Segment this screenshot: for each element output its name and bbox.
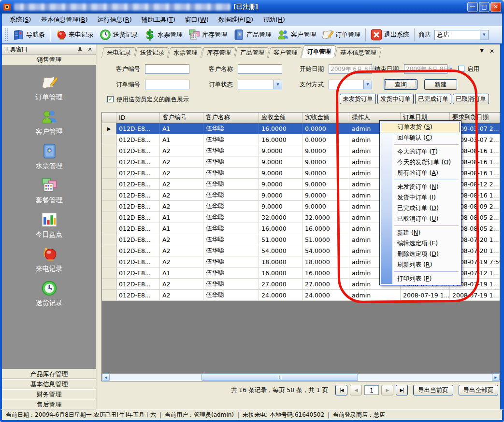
toolbar-button-customers[interactable]: 客户管理 bbox=[274, 28, 319, 42]
menu-item-W[interactable]: 窗口(W) bbox=[180, 14, 214, 26]
tab-订单管理[interactable]: 订单管理 bbox=[301, 45, 337, 58]
context-menu-item-E-13[interactable]: 编辑选定项 (E) bbox=[381, 238, 460, 249]
toolbar-button-bell[interactable]: 来电记录 bbox=[52, 28, 97, 42]
sidebar-item-bell[interactable]: 来电记录 bbox=[2, 242, 96, 277]
customer-no-input[interactable] bbox=[145, 64, 189, 74]
row-selector[interactable]: ▶ bbox=[102, 123, 116, 134]
scroll-right-icon[interactable]: ▶ bbox=[492, 374, 500, 381]
sidebar-item-order-pen[interactable]: 订单管理 bbox=[2, 71, 96, 105]
start-date-picker[interactable]: 2009年 6月 8日 ▼ bbox=[329, 64, 372, 74]
status-button-0[interactable]: 未发货订单 bbox=[340, 94, 376, 104]
grid-header-客户编号[interactable]: 客户编号 bbox=[160, 113, 203, 123]
tab-list-dropdown-icon[interactable]: ▼ bbox=[480, 48, 484, 55]
menu-item-T[interactable]: 辅助工具(T) bbox=[137, 14, 180, 26]
toolbar-button-calendar[interactable]: 库存管理 bbox=[186, 28, 230, 42]
tab-库存管理[interactable]: 库存管理 bbox=[202, 47, 237, 58]
shop-combobox[interactable]: 总店 ▼ bbox=[434, 30, 489, 40]
close-button[interactable]: ✕ bbox=[490, 2, 501, 12]
toolbar-drag-handle[interactable] bbox=[5, 28, 8, 41]
grid-header-实收金额[interactable]: 实收金额 bbox=[302, 113, 349, 123]
context-menu-item-O-4[interactable]: 今天的发货订单 (O) bbox=[381, 157, 460, 168]
context-menu-item-D-14[interactable]: 删除选定项 (D) bbox=[381, 249, 460, 259]
menu-item-S[interactable]: 系统(S) bbox=[5, 14, 36, 26]
row-selector[interactable] bbox=[102, 145, 116, 156]
row-selector[interactable] bbox=[102, 156, 116, 167]
query-button[interactable]: 查询 bbox=[384, 79, 418, 90]
sidebar-group-button-1[interactable]: 基本信息管理 bbox=[2, 379, 96, 389]
context-menu-item-C-1[interactable]: 回单确认 (C) bbox=[381, 132, 460, 143]
sidebar-item-customers[interactable]: 客户管理 bbox=[2, 105, 96, 140]
first-page-button[interactable]: |◀ bbox=[335, 385, 347, 395]
sidebar-group-button-0[interactable]: 产品库存管理 bbox=[2, 369, 96, 379]
order-status-combobox[interactable]: ▼ bbox=[238, 80, 282, 89]
grid-header-ID[interactable]: ID bbox=[116, 113, 160, 123]
menu-item-R[interactable]: 运行信息(R) bbox=[93, 14, 137, 26]
grid-header-应收金额[interactable]: 应收金额 bbox=[259, 113, 302, 123]
row-selector[interactable] bbox=[102, 201, 116, 211]
context-menu-item-D-9[interactable]: 已完成订单 (D) bbox=[381, 203, 460, 213]
page-number-input[interactable]: 1 bbox=[364, 385, 379, 395]
scrollbar-thumb[interactable] bbox=[202, 374, 358, 381]
prev-page-button[interactable]: ◀ bbox=[350, 385, 362, 395]
status-button-2[interactable]: 已完成订单 bbox=[415, 94, 451, 104]
row-selector[interactable] bbox=[102, 190, 116, 200]
sidebar-item-water-card[interactable]: ★水票管理 bbox=[2, 140, 96, 174]
row-selector[interactable] bbox=[102, 168, 116, 178]
context-menu-item-S-0[interactable]: 订单发货 (S) bbox=[381, 122, 460, 132]
row-selector[interactable] bbox=[102, 223, 116, 234]
context-menu-item-T-3[interactable]: 今天的订单 (T) bbox=[381, 146, 460, 157]
customer-name-input[interactable] bbox=[238, 64, 282, 74]
sidebar-item-chart[interactable]: 今日盘点 bbox=[2, 208, 96, 242]
row-selector[interactable] bbox=[102, 245, 116, 256]
status-button-1[interactable]: 发货中订单 bbox=[377, 94, 414, 104]
sidebar-group-button-3[interactable]: 售后管理 bbox=[2, 399, 96, 409]
chevron-down-icon[interactable]: ▼ bbox=[449, 65, 452, 73]
tab-来电记录[interactable]: 来电记录 bbox=[101, 47, 137, 58]
pin-icon[interactable] bbox=[76, 46, 84, 53]
sidebar-group-button-2[interactable]: 财务管理 bbox=[2, 389, 96, 399]
scrollbar-track[interactable] bbox=[110, 374, 492, 381]
toolbar-button-nav-book[interactable]: 导航条 bbox=[10, 28, 48, 42]
chevron-down-icon[interactable]: ▼ bbox=[274, 80, 282, 89]
sidebar-group-sales[interactable]: 销售管理 bbox=[2, 55, 96, 65]
row-selector[interactable] bbox=[102, 212, 116, 223]
end-date-picker[interactable]: 2009年 6月 8日 ▼ bbox=[404, 64, 447, 74]
menu-item-D[interactable]: 数据维护(D) bbox=[214, 14, 258, 26]
sidebar-item-calendar[interactable]: 套餐管理 bbox=[2, 174, 96, 208]
context-menu-item-I-8[interactable]: 发货中订单 (I) bbox=[381, 192, 460, 203]
row-selector[interactable] bbox=[102, 290, 116, 300]
next-page-button[interactable]: ▶ bbox=[381, 385, 393, 395]
tab-产品管理[interactable]: 产品管理 bbox=[235, 47, 270, 58]
scroll-left-icon[interactable]: ◀ bbox=[102, 374, 110, 381]
chevron-down-icon[interactable]: ▼ bbox=[363, 80, 372, 89]
menu-item-H[interactable]: 帮助(H) bbox=[258, 14, 290, 26]
toolbar-button-clock[interactable]: 送货记录 bbox=[97, 28, 141, 42]
tab-客户管理[interactable]: 客户管理 bbox=[268, 47, 303, 58]
toolbar-button-exit[interactable]: 退出系统 bbox=[368, 28, 412, 42]
context-menu-item-R-15[interactable]: 刷新列表 (R) bbox=[381, 259, 460, 270]
menu-item-B[interactable]: 基本信息管理(B) bbox=[36, 14, 92, 26]
tab-水票管理[interactable]: 水票管理 bbox=[168, 47, 203, 58]
context-menu-item-P-17[interactable]: 打印列表 (P) bbox=[381, 273, 460, 284]
pay-method-combobox[interactable]: ▼ bbox=[329, 80, 372, 89]
last-page-button[interactable]: ▶| bbox=[396, 385, 408, 395]
enable-checkbox[interactable] bbox=[458, 66, 464, 72]
maximize-button[interactable]: □ bbox=[479, 2, 490, 12]
export-current-page-button[interactable]: 导出当前页 bbox=[413, 385, 453, 395]
tab-基本信息管理[interactable]: 基本信息管理 bbox=[335, 47, 382, 58]
color-display-checkbox[interactable]: ✓ bbox=[107, 96, 114, 102]
context-menu-item-N-7[interactable]: 未发货订单 (N) bbox=[381, 182, 460, 192]
toolbar-button-product-book[interactable]: ★产品管理 bbox=[230, 28, 274, 42]
row-selector[interactable] bbox=[102, 279, 116, 289]
context-menu-item-A-5[interactable]: 所有的订单 (A) bbox=[381, 168, 460, 178]
row-selector[interactable] bbox=[102, 256, 116, 267]
row-selector[interactable] bbox=[102, 134, 116, 145]
status-button-3[interactable]: 已取消订单 bbox=[453, 94, 489, 104]
minimize-button[interactable]: — bbox=[467, 2, 478, 12]
toolbar-button-order-pen[interactable]: 订单管理 bbox=[319, 28, 363, 42]
toolbar-button-dollar[interactable]: $水票管理 bbox=[141, 28, 186, 42]
row-selector[interactable] bbox=[102, 179, 116, 189]
context-menu-item-N-12[interactable]: 新建 (N) bbox=[381, 227, 460, 238]
chevron-down-icon[interactable]: ▼ bbox=[480, 30, 488, 40]
grid-header-客户名称[interactable]: 客户名称 bbox=[203, 113, 259, 123]
